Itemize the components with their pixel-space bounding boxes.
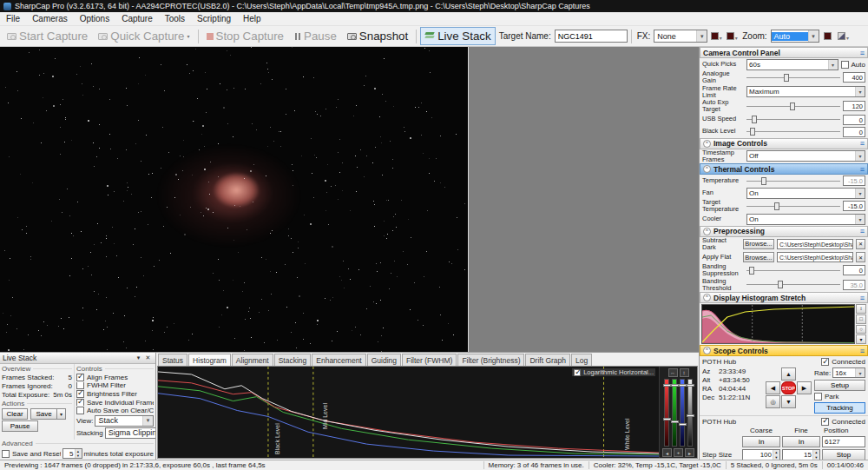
focuser-connected-checkbox[interactable]: Connected <box>821 418 865 426</box>
tab-stacking[interactable]: Stacking <box>274 354 312 366</box>
scope-controls-header[interactable]: ^ Scope Controls ≡ <box>700 345 868 356</box>
menu-scripting[interactable]: Scripting <box>191 12 237 25</box>
black-level-slider[interactable] <box>746 127 840 136</box>
slider-handle[interactable] <box>671 384 679 387</box>
collapse-icon[interactable]: ^ <box>703 347 711 354</box>
slew-east-button[interactable]: ▶ <box>797 381 812 394</box>
slider-thumb[interactable] <box>790 103 795 110</box>
panel-menu-icon[interactable]: ≡ <box>860 347 865 355</box>
analogue-gain-value[interactable]: 400 <box>843 72 865 83</box>
target-temperature-value[interactable]: -15.0 <box>843 201 865 211</box>
slider-handle[interactable] <box>663 384 671 387</box>
slider-thumb[interactable] <box>750 128 755 136</box>
menu-options[interactable]: Options <box>74 12 115 25</box>
auto-exp-target-slider[interactable] <box>746 102 840 111</box>
panel-menu-icon[interactable]: ≡ <box>860 227 865 235</box>
minimize-icon[interactable]: ▾ <box>134 354 143 362</box>
clear-button[interactable]: Clear <box>2 408 28 420</box>
stacking-dropdown[interactable]: Sigma Clipping <box>105 427 156 439</box>
green-level-slider[interactable] <box>672 379 677 447</box>
save-dropdown-arrow[interactable] <box>56 408 66 420</box>
target-name-input[interactable] <box>555 30 628 43</box>
slider-handle[interactable] <box>687 414 694 417</box>
slider-handle[interactable] <box>671 420 679 423</box>
slew-south-button[interactable]: ▼ <box>781 395 796 408</box>
panel-menu-icon[interactable]: ≡ <box>860 294 865 302</box>
pause-stack-button[interactable]: Pause <box>2 420 38 432</box>
menu-tools[interactable]: Tools <box>159 12 191 25</box>
fine-step-spinner[interactable]: 15 <box>782 449 820 460</box>
fine-in-button[interactable]: In <box>782 436 820 447</box>
tab-histogram[interactable]: Histogram <box>188 354 231 366</box>
subtract-dark-path[interactable]: C:\Users\Steph\Desktop\SharpCap C... <box>777 239 853 249</box>
fan-dropdown[interactable]: On <box>746 188 865 199</box>
slider-handle[interactable] <box>679 423 687 426</box>
black-level-value[interactable]: 0 <box>843 127 865 137</box>
cooler-dropdown[interactable]: On <box>746 214 865 225</box>
save-reset-checkbox[interactable]: Save and Reset every <box>2 450 61 458</box>
tab-enhancement[interactable]: Enhancement <box>312 354 365 366</box>
center-target-button[interactable]: ◎ <box>766 395 780 408</box>
slew-west-button[interactable]: ◀ <box>766 381 780 394</box>
colour-picker-button[interactable] <box>837 30 851 43</box>
slew-north-button[interactable]: ▲ <box>781 367 796 381</box>
view-dropdown[interactable]: Stack <box>95 415 154 427</box>
apply-flat-path[interactable]: C:\Users\Steph\Desktop\SharpCap C... <box>777 252 853 262</box>
slider-thumb[interactable] <box>752 116 757 123</box>
exposure-auto-checkbox[interactable]: Auto <box>841 61 865 69</box>
midtone-button[interactable] <box>856 325 866 334</box>
reticle-button[interactable] <box>821 30 835 43</box>
tab-guiding[interactable]: Guiding <box>367 354 401 366</box>
panel-menu-icon[interactable]: ≡ <box>860 49 865 57</box>
spinner-arrows-icon[interactable] <box>812 450 819 460</box>
image-controls-header[interactable]: ^ Image Controls ≡ <box>700 138 868 149</box>
display-histogram-stretch-header[interactable]: ^ Display Histogram Stretch ≡ <box>700 292 868 303</box>
display-stretch-tool-button[interactable] <box>725 30 739 43</box>
save-individual-frames-checkbox[interactable]: Save Individual Frames <box>76 399 154 407</box>
stop-capture-button[interactable]: Stop Capture <box>202 27 289 45</box>
stretch-options-button[interactable] <box>856 334 866 344</box>
subtract-dark-clear-button[interactable]: ✕ <box>856 239 865 249</box>
collapse-icon[interactable]: ^ <box>703 140 711 148</box>
usb-speed-value[interactable]: 0 <box>843 115 865 125</box>
coarse-step-spinner[interactable]: 100 <box>742 449 780 460</box>
align-frames-checkbox[interactable]: Align Frames <box>76 374 154 381</box>
brightness-filter-checkbox[interactable]: Brightness Filter <box>76 390 154 398</box>
add-button[interactable] <box>674 448 683 457</box>
slider-handle[interactable] <box>663 418 671 420</box>
preprocessing-header[interactable]: ^ Preprocessing ≡ <box>700 226 868 237</box>
focuser-stop-button[interactable]: Stop <box>822 449 865 460</box>
auto-save-checkbox[interactable]: Auto Save on Clear/Close <box>76 407 154 414</box>
panel-menu-icon[interactable]: ≡ <box>860 165 865 174</box>
save-button[interactable]: Save <box>30 408 56 420</box>
auto-exp-target-value[interactable]: 120 <box>843 101 865 111</box>
menu-file[interactable]: File <box>0 12 26 25</box>
scope-connected-checkbox[interactable]: Connected <box>821 358 865 366</box>
slew-stop-button[interactable]: STOP <box>781 381 796 394</box>
tab-filter-fwhm[interactable]: Filter (FWHM) <box>402 354 457 366</box>
apply-flat-browse-button[interactable]: Browse... <box>743 252 774 262</box>
banding-suppression-slider[interactable] <box>746 266 840 275</box>
tab-alignment[interactable]: Alignment <box>232 354 273 366</box>
expand-vertical-button[interactable] <box>680 368 689 377</box>
focuser-device-name[interactable]: POTH Hub <box>702 418 819 426</box>
tab-drift-graph[interactable]: Drift Graph <box>525 354 570 366</box>
timestamp-frames-dropdown[interactable]: Off <box>746 150 865 162</box>
menu-cameras[interactable]: Cameras <box>26 12 74 25</box>
zoom-dropdown[interactable]: Auto <box>771 30 819 43</box>
slider-thumb[interactable] <box>774 202 779 210</box>
slider-thumb[interactable] <box>749 267 754 275</box>
collapse-icon[interactable]: ^ <box>703 228 711 235</box>
coarse-in-button[interactable]: In <box>742 436 780 447</box>
red-level-slider[interactable] <box>664 379 669 447</box>
rate-dropdown[interactable]: 16x <box>832 367 865 378</box>
scope-setup-button[interactable]: Setup <box>814 380 865 391</box>
blue-level-slider[interactable] <box>680 379 685 447</box>
reset-stretch-button[interactable] <box>856 314 866 324</box>
target-temperature-slider[interactable] <box>746 202 840 211</box>
apply-flat-clear-button[interactable]: ✕ <box>856 252 865 262</box>
shift-right-button[interactable] <box>685 448 694 457</box>
tab-status[interactable]: Status <box>158 354 187 366</box>
tab-log[interactable]: Log <box>571 354 592 366</box>
snapshot-button[interactable]: Snapshot <box>343 27 412 45</box>
